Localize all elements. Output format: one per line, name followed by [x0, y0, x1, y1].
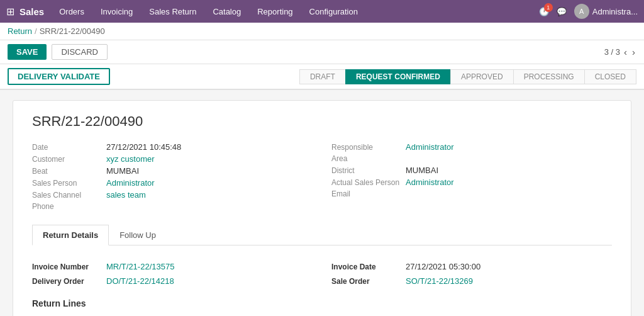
form-card: SRR/21-22/00490 Date 27/12/2021 10:45:48… [13, 100, 631, 316]
detail-sale-order: Sale Order SO/T/21-22/13269 [331, 276, 612, 286]
nav-configuration[interactable]: Configuration [307, 7, 360, 16]
delivery-order-link[interactable]: DO/T/21-22/14218 [106, 276, 174, 286]
return-lines-title: Return Lines [32, 298, 612, 308]
status-request-confirmed[interactable]: REQUEST CONFIRMED [345, 69, 451, 84]
breadcrumb: Return / SRR/21-22/00490 [0, 23, 644, 40]
field-date: Date 27/12/2021 10:45:48 [32, 141, 313, 153]
main-content: SRR/21-22/00490 Date 27/12/2021 10:45:48… [0, 90, 644, 316]
return-lines-table-container: Product Return Location Batch Number No.… [32, 313, 612, 316]
breadcrumb-current: SRR/21-22/00490 [40, 26, 105, 36]
detail-invoice-number: Invoice Number MR/T/21-22/13575 [32, 262, 313, 271]
col-received-quantity: Received Quantity [489, 313, 574, 316]
field-sales-person: Sales Person Administrator [32, 177, 313, 189]
record-count: 3 / 3 [604, 47, 620, 57]
nav-menu: Orders Invoicing Sales Return Catalog Re… [57, 7, 539, 16]
notification-icon[interactable]: 🕐 1 [539, 7, 549, 16]
status-closed[interactable]: CLOSED [584, 69, 636, 84]
discard-button[interactable]: DISCARD [52, 44, 108, 60]
nav-orders[interactable]: Orders [57, 7, 87, 16]
field-email: Email [331, 188, 612, 200]
field-district: District MUMBAI [331, 164, 612, 176]
nav-reporting[interactable]: Reporting [255, 7, 295, 16]
col-product: Product [32, 313, 75, 316]
form-fields: Date 27/12/2021 10:45:48 Customer xyz cu… [32, 141, 612, 212]
fields-left: Date 27/12/2021 10:45:48 Customer xyz cu… [32, 141, 313, 212]
status-processing[interactable]: PROCESSING [513, 69, 585, 84]
status-approved[interactable]: APPROVED [450, 69, 514, 84]
field-sales-channel: Sales Channel sales team [32, 189, 313, 201]
chat-icon[interactable]: 💬 [557, 7, 567, 16]
return-lines-table: Product Return Location Batch Number No.… [32, 313, 612, 316]
field-actual-sales-person: Actual Sales Person Administrator [331, 176, 612, 188]
avatar: A [574, 4, 589, 19]
action-bar: SAVE DISCARD 3 / 3 ‹ › [0, 40, 644, 64]
actual-sales-person-link[interactable]: Administrator [406, 178, 454, 187]
col-batch-number: Batch Number [152, 313, 231, 316]
delivery-validate-button[interactable]: DELIVERY VALIDATE [8, 68, 110, 85]
col-action: Action [574, 313, 612, 316]
col-no-of-bags: No.of Bags [231, 313, 287, 316]
col-reason: Reason [448, 313, 489, 316]
field-phone: Phone [32, 201, 313, 212]
grid-icon[interactable]: ⊞ [6, 6, 14, 18]
field-customer: Customer xyz customer [32, 153, 313, 165]
field-area: Area [331, 153, 612, 164]
invoice-number-link[interactable]: MR/T/21-22/13575 [106, 262, 174, 271]
nav-sales-return[interactable]: Sales Return [147, 7, 199, 16]
notification-badge: 1 [544, 3, 553, 12]
tabs: Return Details Follow Up [32, 225, 612, 245]
form-title: SRR/21-22/00490 [32, 113, 612, 130]
next-record-button[interactable]: › [631, 47, 636, 57]
table-header-row: Product Return Location Batch Number No.… [32, 313, 612, 316]
detail-invoice-date: Invoice Date 27/12/2021 05:30:00 [331, 262, 612, 271]
customer-link[interactable]: xyz customer [106, 154, 155, 164]
prev-record-button[interactable]: ‹ [623, 47, 628, 57]
breadcrumb-parent[interactable]: Return [8, 26, 32, 36]
top-navigation: ⊞ Sales Orders Invoicing Sales Return Ca… [0, 0, 644, 23]
user-name: Administra... [592, 7, 638, 16]
breadcrumb-separator: / [35, 26, 37, 36]
col-delivered-quantity: Delivered Quantity [287, 313, 373, 316]
responsible-link[interactable]: Administrator [406, 142, 454, 152]
col-return-quantity: Return Quantity [372, 313, 447, 316]
sales-person-link[interactable]: Administrator [106, 178, 155, 188]
tab-return-details[interactable]: Return Details [32, 225, 109, 245]
save-button[interactable]: SAVE [8, 44, 47, 60]
detail-fields: Invoice Number MR/T/21-22/13575 Invoice … [32, 262, 612, 286]
nav-invoicing[interactable]: Invoicing [98, 7, 135, 16]
header-right-icons: 🕐 1 💬 A Administra... [539, 4, 638, 19]
nav-catalog[interactable]: Catalog [210, 7, 243, 16]
status-steps: DRAFT REQUEST CONFIRMED APPROVED PROCESS… [299, 69, 636, 84]
field-beat: Beat MUMBAI [32, 165, 313, 177]
tab-follow-up[interactable]: Follow Up [109, 225, 167, 245]
sale-order-link[interactable]: SO/T/21-22/13269 [406, 276, 473, 286]
status-bar: DELIVERY VALIDATE DRAFT REQUEST CONFIRME… [0, 64, 644, 90]
detail-delivery-order: Delivery Order DO/T/21-22/14218 [32, 276, 313, 286]
sales-channel-link[interactable]: sales team [106, 190, 146, 200]
app-name: Sales [19, 6, 44, 17]
user-menu[interactable]: A Administra... [574, 4, 638, 19]
status-draft[interactable]: DRAFT [299, 69, 346, 84]
tab-content-return-details: Invoice Number MR/T/21-22/13575 Invoice … [32, 256, 612, 316]
field-responsible: Responsible Administrator [331, 141, 612, 153]
record-navigation: 3 / 3 ‹ › [604, 47, 636, 57]
fields-right: Responsible Administrator Area District … [331, 141, 612, 212]
col-return-location: Return Location [75, 313, 152, 316]
